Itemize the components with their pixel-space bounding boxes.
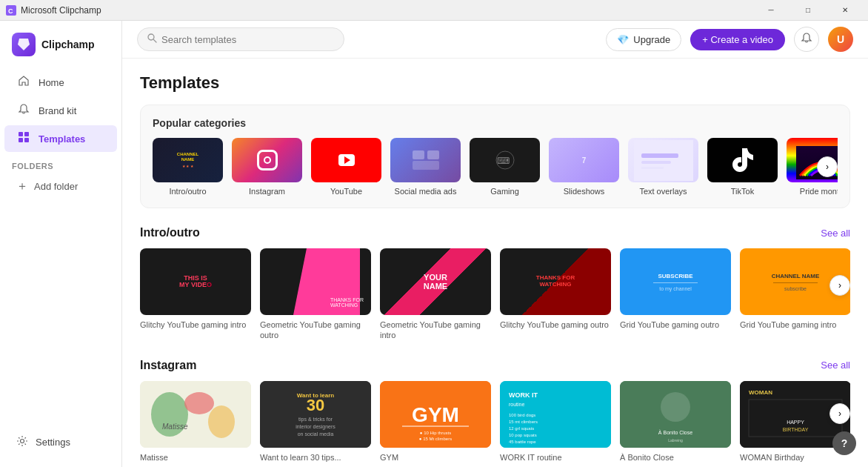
card-glitchy-gaming-intro[interactable]: THIS ISMY VIDEO Glitchy YouTube gaming i… xyxy=(140,248,251,341)
upgrade-button[interactable]: 💎 Upgrade xyxy=(606,28,681,51)
popular-categories-title: Popular categories xyxy=(153,117,838,129)
sidebar-item-templates[interactable]: Templates xyxy=(4,125,117,152)
titlebar-controls: ─ □ ✕ xyxy=(754,0,862,21)
sidebar-item-home-label: Home xyxy=(39,77,64,88)
sidebar-item-templates-label: Templates xyxy=(39,133,85,145)
sidebar-item-home[interactable]: Home xyxy=(4,69,117,96)
popular-categories-section: Popular categories CHANNELNAME ★ ★ ★ Int… xyxy=(140,105,850,208)
instagram-next-button[interactable]: › xyxy=(829,403,850,424)
titlebar-title: Microsoft Clipchamp xyxy=(21,5,754,16)
minimize-button[interactable]: ─ xyxy=(754,0,788,21)
svg-point-7 xyxy=(21,440,24,443)
app-icon: C xyxy=(6,5,16,16)
home-icon xyxy=(16,75,31,90)
card-label: Geometric YouTube gaming outro xyxy=(260,319,371,341)
svg-text:30: 30 xyxy=(307,396,324,414)
card-label: À Bonito Close xyxy=(620,452,731,463)
card-thumb: WORK IT routine 100 bird dogs 15 mt clim… xyxy=(500,381,611,448)
card-gym[interactable]: GYM ● 10 Hip thrusts ● 15 Mt climbers GY… xyxy=(380,381,491,463)
category-gaming[interactable]: ⌨ Gaming xyxy=(470,138,540,196)
create-video-button[interactable]: + Create a video xyxy=(690,29,785,50)
intro-outro-section: Intro/outro See all THIS ISMY VIDEO Glit… xyxy=(140,226,850,341)
card-label: Grid YouTube gaming outro xyxy=(620,319,731,330)
svg-text:● 10 Hip thrusts: ● 10 Hip thrusts xyxy=(420,431,451,435)
category-instagram-thumb xyxy=(232,138,302,182)
svg-rect-4 xyxy=(24,132,29,136)
category-instagram[interactable]: Instagram xyxy=(232,138,302,196)
category-pride-label: Pride month xyxy=(800,187,838,196)
category-intro-outro[interactable]: CHANNELNAME ★ ★ ★ Intro/outro xyxy=(153,138,223,196)
category-tiktok-thumb xyxy=(707,138,778,182)
sidebar-item-brand-kit-label: Brand kit xyxy=(39,105,76,116)
category-youtube-label: YouTube xyxy=(330,187,362,196)
card-glitchy-gaming-outro[interactable]: THANKS FORWATCHING Glitchy YouTube gamin… xyxy=(500,248,611,341)
intro-outro-see-all[interactable]: See all xyxy=(821,228,850,239)
svg-text:10 pop squats: 10 pop squats xyxy=(509,433,537,437)
card-geometric-gaming-intro[interactable]: YOURNAME Geometric YouTube gaming intro xyxy=(380,248,491,341)
search-input[interactable] xyxy=(161,34,335,45)
content-area: Templates Popular categories CHANNELNAME… xyxy=(122,59,868,467)
titlebar: C Microsoft Clipchamp ─ □ ✕ xyxy=(0,0,868,21)
svg-text:C: C xyxy=(8,7,13,15)
app-body: Clipchamp Home Brand kit Templates FOLDE… xyxy=(0,21,868,467)
svg-rect-11 xyxy=(427,150,439,159)
svg-rect-16 xyxy=(634,140,693,181)
sidebar-item-brand-kit[interactable]: Brand kit xyxy=(4,97,117,124)
svg-text:100 bird dogs: 100 bird dogs xyxy=(509,413,535,417)
card-thumb: SUBSCRIBE to my channel xyxy=(620,248,731,315)
svg-text:tips & tricks for: tips & tricks for xyxy=(298,417,333,423)
search-box[interactable] xyxy=(137,27,344,51)
category-gaming-label: Gaming xyxy=(490,187,519,196)
svg-marker-2 xyxy=(18,39,30,50)
card-label: WOMAN Birthday xyxy=(740,452,850,463)
help-button[interactable]: ? xyxy=(832,431,856,455)
card-grid-gaming-intro[interactable]: CHANNEL NAME subscribe Grid YouTube gami… xyxy=(740,248,850,341)
svg-text:Labreing: Labreing xyxy=(668,438,683,443)
card-30-tips[interactable]: Want to learn 30 tips & tricks for inter… xyxy=(260,381,371,463)
card-work-it[interactable]: WORK IT routine 100 bird dogs 15 mt clim… xyxy=(500,381,611,463)
close-button[interactable]: ✕ xyxy=(828,0,862,21)
instagram-header: Instagram See all xyxy=(140,359,850,372)
create-label: + Create a video xyxy=(702,34,773,45)
category-slideshows[interactable]: 7 Slideshows xyxy=(549,138,619,196)
card-label: GYM xyxy=(380,452,491,463)
instagram-cards: Matisse Matisse Want to learn 30 xyxy=(140,381,850,463)
svg-rect-28 xyxy=(260,381,371,448)
settings-button[interactable]: Settings xyxy=(4,429,117,455)
templates-icon xyxy=(16,131,31,146)
intro-outro-cards: THIS ISMY VIDEO Glitchy YouTube gaming i… xyxy=(140,248,850,341)
card-thumb: GYM ● 10 Hip thrusts ● 15 Mt climbers xyxy=(380,381,491,448)
card-thumb: YOURNAME xyxy=(380,248,491,315)
card-thumb: Matisse xyxy=(140,381,251,448)
category-text-overlays-thumb xyxy=(628,138,698,182)
instagram-see-all[interactable]: See all xyxy=(821,360,850,371)
diamond-icon: 💎 xyxy=(617,34,629,45)
svg-text:WORK IT: WORK IT xyxy=(509,391,538,399)
svg-text:À Bonito Close: À Bonito Close xyxy=(658,429,692,435)
folders-section-label: FOLDERS xyxy=(0,153,121,173)
categories-next-button[interactable]: › xyxy=(817,156,838,177)
card-thumb: THANKS FORWATCHING xyxy=(500,248,611,315)
svg-point-26 xyxy=(208,405,235,438)
card-geometric-gaming-outro[interactable]: THANKS FORWATCHING Geometric YouTube gam… xyxy=(260,248,371,341)
card-label: Glitchy YouTube gaming outro xyxy=(500,319,611,330)
category-gaming-thumb: ⌨ xyxy=(470,138,540,182)
card-matisse[interactable]: Matisse Matisse xyxy=(140,381,251,463)
add-folder-label: Add folder xyxy=(34,181,78,192)
notifications-button[interactable] xyxy=(794,27,819,52)
category-social-ads[interactable]: Social media ads xyxy=(390,138,461,196)
intro-outro-title: Intro/outro xyxy=(140,226,200,239)
category-tiktok[interactable]: TikTok xyxy=(707,138,778,196)
avatar[interactable]: U xyxy=(828,27,853,52)
card-label: Want to learn 30 tips... xyxy=(260,452,371,463)
svg-text:15 mt climbers: 15 mt climbers xyxy=(509,420,538,424)
card-bonito[interactable]: À Bonito Close Labreing À Bonito Close xyxy=(620,381,731,463)
category-text-overlays[interactable]: Text overlays xyxy=(628,138,698,196)
card-label: Matisse xyxy=(140,452,251,463)
restore-button[interactable]: □ xyxy=(791,0,825,21)
sidebar-logo[interactable]: Clipchamp xyxy=(0,27,121,68)
intro-outro-next-button[interactable]: › xyxy=(829,275,850,296)
category-youtube[interactable]: YouTube xyxy=(311,138,381,196)
add-folder-button[interactable]: ＋ Add folder xyxy=(4,174,117,199)
card-grid-gaming-outro[interactable]: SUBSCRIBE to my channel Grid YouTube gam… xyxy=(620,248,731,341)
